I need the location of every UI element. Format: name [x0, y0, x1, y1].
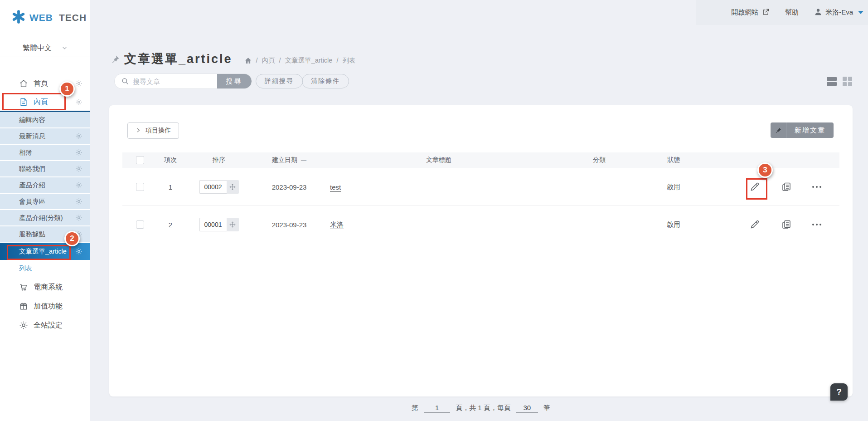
user-menu[interactable]: 米洛-Eva — [814, 8, 863, 17]
copy-icon[interactable] — [781, 181, 792, 193]
subitem-label: 服務據點 — [19, 230, 45, 239]
edit-pencil-icon[interactable] — [749, 219, 761, 230]
grid-view-icon[interactable] — [843, 77, 852, 86]
pagination: 第 頁，共 1 頁，每頁 筆 — [109, 403, 853, 413]
add-article-group[interactable]: 新增文章 — [771, 122, 834, 138]
edit-pencil-icon[interactable] — [749, 181, 761, 193]
subitem-label: 會員專區 — [19, 197, 45, 206]
chevron-down-icon — [62, 44, 68, 53]
created-label: 建立日期 — [272, 156, 297, 164]
add-article-button[interactable]: 新增文章 — [786, 122, 834, 138]
drag-handle-icon[interactable] — [227, 180, 239, 194]
clear-filters-button[interactable]: 清除條件 — [302, 74, 349, 88]
article-list-card: 項目操作 新增文章 項次 排序 建立日期 — 文章標題 分類 狀態 1 — [109, 105, 853, 397]
breadcrumb-item[interactable]: 內頁 — [262, 56, 275, 65]
sidebar-subitem-list[interactable]: 列表 — [0, 260, 90, 276]
sidebar-item-ecommerce[interactable]: 電商系統 — [0, 278, 90, 297]
sidebar: WEB TECH 繁體中文 首頁 內頁 編輯內容 最新消息 — [0, 0, 90, 421]
sort-order-input[interactable] — [199, 180, 227, 194]
pagination-suffix: 筆 — [543, 404, 550, 412]
row-created-date: 2023-09-23 — [255, 183, 324, 191]
pagination-prefix: 第 — [412, 404, 418, 412]
open-site-label: 開啟網站 — [731, 8, 758, 17]
gear-icon[interactable] — [75, 80, 82, 87]
bulk-actions-label: 項目操作 — [145, 127, 171, 135]
topbar: 開啟網站 幫助 米洛-Eva — [731, 0, 863, 25]
gift-icon — [19, 302, 28, 311]
breadcrumb-item[interactable]: 列表 — [342, 56, 355, 65]
sidebar-subitem-album[interactable]: 相簿 — [0, 145, 90, 161]
subitem-label: 聯絡我們 — [19, 165, 45, 173]
more-actions-icon[interactable] — [812, 181, 821, 193]
subitem-label: 列表 — [19, 264, 32, 273]
language-selector[interactable]: 繁體中文 — [0, 40, 90, 57]
open-site-link[interactable]: 開啟網站 — [731, 8, 770, 17]
sidebar-subitem-products[interactable]: 產品介紹 — [0, 177, 90, 194]
username: 米洛-Eva — [825, 8, 853, 17]
breadcrumb-item[interactable]: 文章選單_article — [285, 56, 333, 65]
sidebar-item-label: 加值功能 — [34, 302, 63, 311]
bulk-actions-button[interactable]: 項目操作 — [127, 122, 179, 139]
sidebar-item-label: 首頁 — [34, 79, 48, 88]
sidebar-item-site-settings[interactable]: 全站設定 — [0, 316, 90, 335]
gear-icon[interactable] — [75, 214, 82, 221]
sidebar-subitem-service-locations[interactable]: 服務據點 — [0, 226, 90, 243]
subitem-label: 產品介紹(分類) — [19, 214, 63, 222]
copy-icon[interactable] — [781, 219, 792, 230]
advanced-search-button[interactable]: 詳細搜尋 — [256, 74, 303, 88]
list-view-icon[interactable] — [827, 77, 837, 86]
gear-icon[interactable] — [75, 149, 82, 156]
sidebar-subitem-products-category[interactable]: 產品介紹(分類) — [0, 210, 90, 226]
home-icon[interactable] — [244, 57, 252, 64]
sidebar-subitem-members[interactable]: 會員專區 — [0, 194, 90, 210]
col-header-sort[interactable]: 排序 — [183, 156, 255, 164]
select-all-checkbox[interactable] — [136, 156, 144, 164]
col-header-created[interactable]: 建立日期 — — [255, 156, 324, 164]
sidebar-subitem-news[interactable]: 最新消息 — [0, 128, 90, 145]
help-widget-button[interactable]: ? — [830, 383, 848, 401]
drag-handle-icon[interactable] — [227, 218, 239, 231]
gear-icon[interactable] — [75, 181, 82, 189]
help-link[interactable]: 幫助 — [785, 8, 799, 17]
sidebar-item-addons[interactable]: 加值功能 — [0, 297, 90, 316]
search-input[interactable] — [133, 78, 217, 85]
sort-order-input[interactable] — [199, 218, 227, 231]
pushpin-icon[interactable] — [771, 122, 786, 138]
gear-icon[interactable] — [75, 198, 82, 205]
sidebar-subitem-edit-content[interactable]: 編輯內容 — [0, 112, 90, 128]
row-checkbox[interactable] — [136, 183, 144, 191]
brand-word-secondary: TECH — [59, 12, 87, 23]
row-index: 2 — [158, 221, 183, 229]
sidebar-item-inner-pages[interactable]: 內頁 — [0, 93, 90, 111]
article-title-link[interactable]: test — [330, 183, 341, 191]
row-created-date: 2023-09-23 — [255, 221, 324, 229]
table-row: 1 2023-09-23 test 啟用 — [122, 171, 839, 202]
brand-word-primary: WEB — [29, 12, 53, 23]
gear-icon[interactable] — [75, 132, 82, 140]
col-header-title: 文章標題 — [324, 156, 554, 164]
search-button[interactable]: 搜尋 — [217, 73, 252, 89]
gear-icon[interactable] — [75, 165, 82, 172]
row-checkbox[interactable] — [136, 220, 144, 229]
gear-icon[interactable] — [75, 230, 82, 238]
more-actions-icon[interactable] — [812, 219, 821, 230]
sidebar-subitem-article-menu[interactable]: 文章選單_article — [0, 243, 90, 260]
view-toggles — [827, 77, 852, 86]
row-status: 啟用 — [645, 183, 703, 191]
sidebar-item-label: 內頁 — [34, 98, 48, 107]
subitem-label: 產品介紹 — [19, 181, 45, 190]
gear-icon[interactable] — [75, 248, 82, 255]
home-icon — [19, 79, 28, 88]
per-page-input[interactable] — [516, 403, 538, 413]
sidebar-subitem-contact[interactable]: 聯絡我們 — [0, 161, 90, 177]
subitem-label: 相簿 — [19, 148, 32, 157]
page-icon — [19, 98, 28, 107]
article-title-link[interactable]: 米洛 — [330, 220, 344, 228]
subitem-label: 編輯內容 — [19, 116, 45, 124]
page-number-input[interactable] — [424, 403, 450, 413]
gear-icon[interactable] — [75, 98, 82, 106]
breadcrumb: / 內頁 / 文章選單_article / 列表 — [244, 54, 356, 65]
table-row: 2 2023-09-23 米洛 啟用 — [122, 209, 839, 240]
sidebar-item-home[interactable]: 首頁 — [0, 75, 90, 92]
subitem-label: 文章選單_article — [19, 247, 67, 256]
